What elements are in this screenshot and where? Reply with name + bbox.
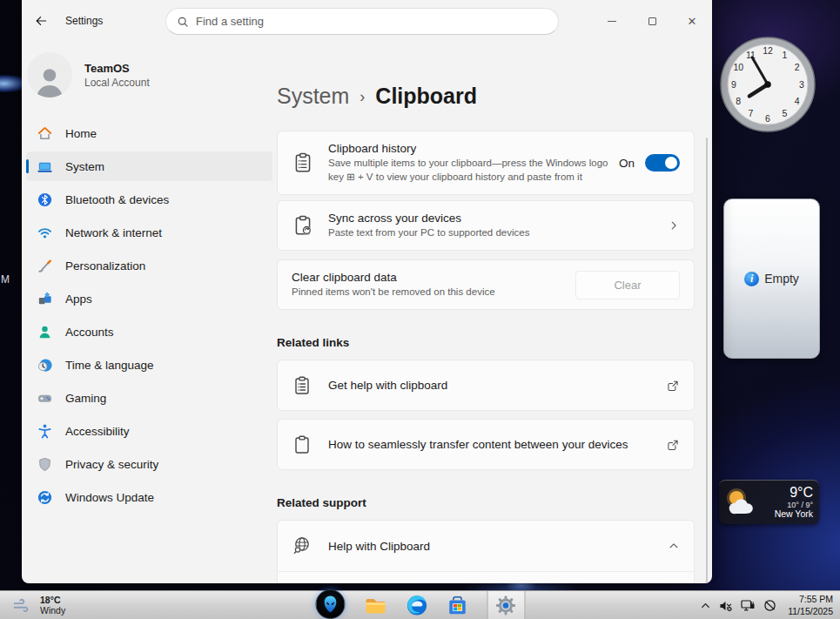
sync-devices-card[interactable]: Sync across your devices Paste text from… xyxy=(277,200,695,251)
alienware-icon xyxy=(319,593,340,616)
taskbar: 18°C Windy xyxy=(0,590,840,619)
sidebar-item-label: Windows Update xyxy=(65,491,154,504)
weather-temperature: 9°C xyxy=(759,485,813,501)
svg-text:3: 3 xyxy=(799,79,804,90)
page-title: Clipboard xyxy=(375,84,477,109)
personalization-icon xyxy=(37,258,53,274)
back-button[interactable] xyxy=(27,7,55,35)
sidebar: TeamOS Local Account Home xyxy=(22,42,277,583)
sidebar-item-windows-update[interactable]: Windows Update xyxy=(26,482,272,512)
main-content: System › Clipboard Clipboard history xyxy=(277,42,712,583)
store-icon xyxy=(447,595,467,616)
search-input[interactable]: Find a setting xyxy=(165,8,559,35)
tray-clock[interactable]: 7:55 PM 11/15/2025 xyxy=(788,594,833,616)
clipboard-history-card: Clipboard history Save multiple items to… xyxy=(277,131,695,195)
search-placeholder: Find a setting xyxy=(196,15,264,28)
settings-gear-icon xyxy=(495,595,517,616)
tray-time: 7:55 PM xyxy=(788,594,833,605)
sidebar-item-apps[interactable]: Apps xyxy=(26,284,272,313)
sidebar-item-label: Accounts xyxy=(65,326,114,339)
close-button[interactable]: ✕ xyxy=(672,0,712,42)
sidebar-item-label: Privacy & security xyxy=(65,458,158,471)
bluetooth-icon xyxy=(37,192,53,208)
partial-desktop-icon-label: M xyxy=(1,273,10,286)
chevron-up-icon xyxy=(668,540,680,552)
related-links-header: Related links xyxy=(277,336,695,349)
maximize-button[interactable] xyxy=(632,0,672,42)
empty-gadget[interactable]: i Empty xyxy=(723,198,820,359)
setting-title: Sync across your devices xyxy=(328,212,668,225)
sidebar-item-gaming[interactable]: Gaming xyxy=(26,383,272,413)
sidebar-item-system[interactable]: System xyxy=(26,151,272,181)
sidebar-item-accessibility[interactable]: Accessibility xyxy=(26,416,272,446)
volume-muted-icon[interactable] xyxy=(719,600,733,612)
help-expander[interactable]: Help with Clipboard xyxy=(278,521,694,571)
svg-text:8: 8 xyxy=(736,96,741,106)
support-links: Syncing clipboard across devices easily xyxy=(278,571,694,583)
account-card[interactable]: TeamOS Local Account xyxy=(22,49,277,99)
weather-gadget[interactable]: 9°C 10° / 9° New York xyxy=(719,480,819,524)
gaming-icon xyxy=(37,390,53,407)
clipboard-list-icon xyxy=(292,375,314,396)
sidebar-item-time-language[interactable]: Time & language xyxy=(26,350,272,380)
toggle-state-label: On xyxy=(619,157,635,170)
tray-date: 11/15/2025 xyxy=(788,606,833,617)
network-icon xyxy=(37,225,53,241)
support-title: Help with Clipboard xyxy=(328,540,668,553)
sidebar-item-label: Time & language xyxy=(65,359,154,372)
avatar xyxy=(27,52,72,98)
sidebar-item-label: Gaming xyxy=(65,392,106,405)
user-name: TeamOS xyxy=(84,62,150,75)
alienware-start-button[interactable] xyxy=(315,589,345,619)
sidebar-item-home[interactable]: Home xyxy=(26,118,272,148)
sidebar-item-privacy-security[interactable]: Privacy & security xyxy=(26,449,272,479)
search-icon xyxy=(177,16,189,28)
toggle-knob xyxy=(665,157,677,169)
transfer-content-link-card[interactable]: How to seamlessly transfer content betwe… xyxy=(277,419,695,470)
taskbar-temperature: 18°C xyxy=(40,595,65,605)
minimize-button[interactable] xyxy=(592,0,632,42)
file-explorer-button[interactable] xyxy=(364,596,386,616)
get-help-link-card[interactable]: Get help with clipboard xyxy=(277,360,695,411)
network-display-icon[interactable] xyxy=(741,599,756,612)
sidebar-item-accounts[interactable]: Accounts xyxy=(26,317,272,347)
sidebar-item-personalization[interactable]: Personalization xyxy=(26,251,272,280)
clipboard-history-toggle[interactable] xyxy=(645,154,680,172)
svg-text:1: 1 xyxy=(783,50,788,60)
clipboard-sync-icon xyxy=(292,214,314,237)
sidebar-item-label: Personalization xyxy=(65,259,145,272)
accounts-icon xyxy=(37,324,53,340)
sidebar-item-label: Home xyxy=(65,127,97,140)
sidebar-item-network-internet[interactable]: Network & internet xyxy=(26,218,272,247)
breadcrumb-parent[interactable]: System xyxy=(277,84,349,109)
sidebar-item-bluetooth-devices[interactable]: Bluetooth & devices xyxy=(26,185,272,214)
vertical-scrollbar[interactable] xyxy=(706,138,708,583)
clock-widget[interactable]: 123456789101112 xyxy=(719,36,816,133)
svg-text:11: 11 xyxy=(746,50,756,60)
hidden-icons-chevron[interactable] xyxy=(700,600,711,611)
microsoft-store-button[interactable] xyxy=(447,595,467,616)
related-support-header: Related support xyxy=(277,496,695,509)
external-link-icon xyxy=(666,379,680,393)
time-language-icon xyxy=(37,357,53,373)
clear-clipboard-card: Clear clipboard data Pinned items won't … xyxy=(277,259,695,310)
globe-search-icon xyxy=(292,535,314,556)
apps-icon xyxy=(37,291,53,307)
external-link-icon xyxy=(666,438,680,452)
sidebar-nav: Home System Bluetooth & devices xyxy=(22,118,277,512)
svg-text:5: 5 xyxy=(783,108,788,118)
setting-description: Pinned items won't be removed on this de… xyxy=(292,286,575,299)
settings-app-button[interactable] xyxy=(487,591,525,619)
edge-browser-button[interactable] xyxy=(406,595,427,616)
system-icon xyxy=(37,158,53,175)
no-internet-icon[interactable] xyxy=(763,599,776,612)
clear-button[interactable]: Clear xyxy=(575,271,680,299)
home-icon xyxy=(37,125,53,142)
selection-accent-bar xyxy=(26,159,29,173)
empty-gadget-label: Empty xyxy=(764,272,799,286)
taskbar-weather-widget[interactable]: 18°C Windy xyxy=(12,595,65,616)
setting-title: Clear clipboard data xyxy=(292,271,575,284)
analog-clock-icon: 123456789101112 xyxy=(719,36,816,133)
taskbar-app-icons xyxy=(315,591,525,619)
settings-window: Settings Find a setting ✕ xyxy=(22,0,712,583)
